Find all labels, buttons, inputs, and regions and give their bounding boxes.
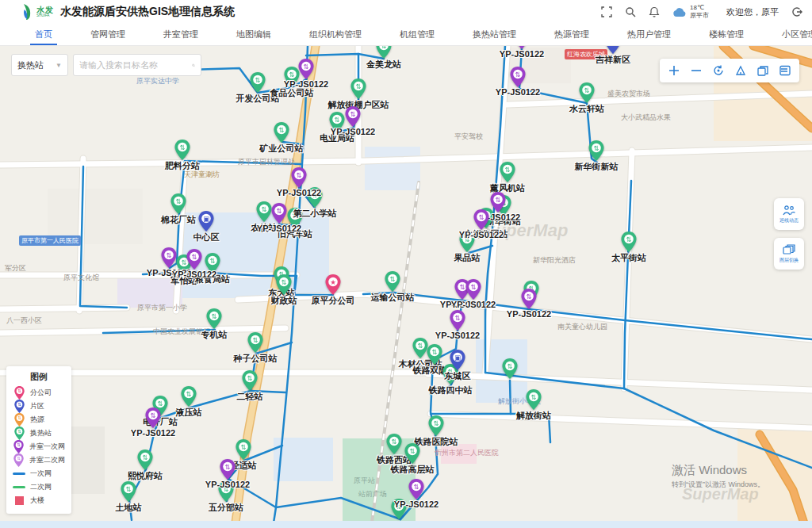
svg-text:⇅: ⇅	[530, 393, 536, 401]
svg-text:⇅: ⇅	[209, 257, 215, 265]
svg-text:⇅: ⇅	[413, 483, 419, 491]
svg-text:▣: ▣	[203, 215, 209, 223]
svg-text:⇅: ⇅	[433, 419, 439, 427]
svg-text:⇅: ⇅	[626, 235, 631, 243]
svg-text:⇅: ⇅	[125, 485, 131, 493]
map-poi-label: 南关童心幼儿园	[557, 322, 607, 332]
map-poi-label: 原平市园林管理处	[238, 157, 295, 167]
company-logo: 水发 SHUIFA	[21, 3, 54, 21]
map-bottom-band	[0, 521, 812, 528]
side-tools: 巡线动态 图层切换	[774, 198, 804, 270]
tab-6[interactable]: 换热站管理	[454, 24, 535, 45]
svg-text:⇅: ⇅	[255, 76, 260, 84]
svg-text:⇅: ⇅	[478, 213, 484, 221]
svg-text:⇅: ⇅	[289, 71, 294, 78]
map-canvas[interactable]: 原平实达中学天津童涮坊原平市园林管理处原平市第一小学中国农业发展银行原平文化馆军…	[0, 46, 812, 528]
logo-en: SHUIFA	[36, 14, 54, 18]
search-input[interactable]	[79, 60, 192, 70]
tab-8[interactable]: 热用户管理	[608, 24, 690, 45]
search-icon[interactable]	[192, 60, 195, 71]
svg-text:⇅: ⇅	[381, 46, 386, 50]
tab-5[interactable]: 机组管理	[381, 24, 454, 45]
welcome-text: 欢迎您，原平	[726, 6, 779, 18]
svg-text:⇅: ⇅	[417, 342, 423, 350]
people-icon	[783, 205, 795, 216]
svg-text:⇅: ⇅	[470, 283, 476, 291]
cloud-icon	[672, 7, 687, 17]
svg-text:★: ★	[330, 278, 336, 286]
patrol-status-button[interactable]: 巡线动态	[774, 198, 804, 230]
legend-item-一次网: 一次网	[13, 467, 65, 480]
svg-text:⇅: ⇅	[504, 166, 510, 174]
legend-item-井室一次网: ⇅ 井室一次网	[13, 440, 65, 453]
zoom-in-button[interactable]	[665, 61, 684, 80]
zoom-out-button[interactable]	[687, 61, 706, 80]
legend-item-二次网: 二次网	[13, 480, 65, 494]
search-icon[interactable]	[625, 6, 636, 17]
svg-text:⇅: ⇅	[526, 293, 531, 300]
windows-activation-watermark: 激活 Windows 转到“设置”以激活 Windows。	[672, 463, 764, 490]
svg-text:⇅: ⇅	[142, 453, 147, 461]
svg-text:⇅: ⇅	[593, 144, 599, 152]
logo-icon	[21, 3, 34, 21]
map-poi-label: 忻州市第二人民医院	[435, 448, 499, 458]
svg-text:⇅: ⇅	[17, 442, 21, 447]
chevron-down-icon: ▼	[56, 62, 62, 69]
svg-text:⇅: ⇅	[150, 411, 155, 419]
layer-list-button[interactable]	[776, 61, 795, 80]
search-input-box	[73, 54, 201, 76]
measure-icon[interactable]	[731, 61, 750, 80]
map-poi-label: 原平市第一人民医院	[19, 235, 81, 246]
temperature: 18℃	[690, 4, 709, 12]
svg-text:⇅: ⇅	[211, 312, 216, 320]
weather-widget: 18℃ 原平市	[672, 4, 709, 20]
svg-text:⇅: ⇅	[191, 253, 197, 261]
svg-text:⇅: ⇅	[459, 283, 465, 291]
notification-bell-icon[interactable]	[649, 6, 660, 17]
legend-item-分公司: ⇅ 分公司	[13, 386, 65, 400]
map-poi-label: 新华阳光酒店	[533, 255, 576, 266]
svg-text:⇅: ⇅	[276, 207, 282, 215]
svg-text:⇅: ⇅	[355, 82, 361, 90]
fullscreen-icon[interactable]	[601, 6, 612, 17]
svg-text:⇅: ⇅	[175, 197, 181, 205]
legend-item-热源: ⇅ 热源	[13, 413, 65, 427]
tab-4[interactable]: 组织机构管理	[290, 24, 381, 45]
svg-text:⇅: ⇅	[350, 110, 355, 118]
tab-3[interactable]: 地图编辑	[217, 24, 290, 45]
tab-9[interactable]: 楼栋管理	[690, 24, 763, 45]
svg-text:⇅: ⇅	[261, 205, 266, 213]
svg-text:⇅: ⇅	[296, 171, 301, 179]
tab-2[interactable]: 井室管理	[144, 24, 217, 45]
svg-text:⇅: ⇅	[224, 463, 230, 471]
logout-icon[interactable]	[791, 6, 802, 17]
main-nav: 首页管网管理井室管理地图编辑组织机构管理机组管理换热站管理热源管理热用户管理楼栋…	[0, 24, 812, 46]
stacked-layers-icon	[783, 244, 795, 255]
svg-text:⇅: ⇅	[157, 400, 163, 407]
header-bar: 水发 SHUIFA 水发能源盾安供热GIS地理信息系统 18℃ 原平市	[0, 0, 812, 24]
legend-panel: 图例 ⇅ 分公司 ⇅ 片区 ⇅ 热源 ⇅ 换热站 ⇅ 井室一次网 ⇅ 井室二次网…	[6, 366, 71, 514]
map-poi-label: 原平站	[354, 476, 375, 486]
tab-0[interactable]: 首页	[16, 24, 71, 45]
svg-text:⇅: ⇅	[391, 438, 396, 446]
svg-text:⇅: ⇅	[303, 63, 308, 71]
svg-text:⇅: ⇅	[389, 275, 395, 283]
svg-text:⇅: ⇅	[515, 71, 520, 78]
tab-10[interactable]: 小区管理	[763, 24, 812, 45]
tab-1[interactable]: 管网管理	[71, 24, 144, 45]
layer-switch-button[interactable]: 图层切换	[774, 238, 804, 270]
map-poi-label: 平安驾校	[454, 132, 483, 142]
svg-text:⇅: ⇅	[17, 415, 21, 420]
reset-view-button[interactable]	[709, 61, 728, 80]
layers-icon[interactable]	[753, 61, 772, 80]
svg-text:⇅: ⇅	[584, 86, 589, 94]
svg-text:⇅: ⇅	[495, 196, 500, 204]
map-poi-label: 大小武精品水果	[621, 113, 671, 123]
header-actions: 18℃ 原平市 欢迎您，原平	[601, 0, 802, 24]
map-poi-label: 原平市第一小学	[137, 303, 187, 313]
legend-item-片区: ⇅ 片区	[13, 400, 65, 413]
svg-text:⇅: ⇅	[186, 390, 191, 398]
search-category-select[interactable]: 换热站 ▼	[11, 54, 68, 76]
tab-7[interactable]: 热源管理	[535, 24, 608, 45]
svg-text:⇅: ⇅	[17, 402, 21, 407]
